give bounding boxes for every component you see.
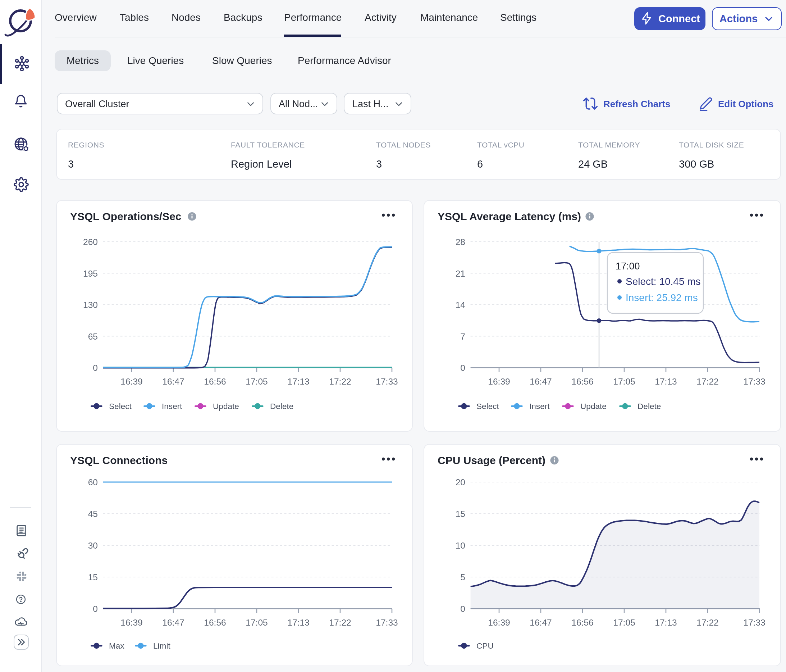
svg-text:130: 130	[83, 300, 98, 309]
svg-text:5: 5	[460, 572, 465, 582]
svg-text:Delete: Delete	[638, 401, 661, 411]
svg-text:16:56: 16:56	[204, 618, 226, 627]
svg-text:Update: Update	[213, 401, 239, 411]
svg-text:CPU: CPU	[476, 641, 494, 650]
svg-text:0: 0	[93, 604, 98, 614]
svg-text:17:33: 17:33	[376, 376, 398, 386]
svg-text:0: 0	[460, 604, 465, 614]
svg-text:45: 45	[88, 509, 98, 519]
svg-text:17:13: 17:13	[287, 376, 310, 386]
svg-text:Update: Update	[580, 401, 607, 411]
svg-text:YSQL Average Latency (ms): YSQL Average Latency (ms)	[438, 210, 581, 222]
svg-text:17:13: 17:13	[655, 376, 677, 386]
svg-text:17:13: 17:13	[287, 618, 310, 627]
svg-text:Insert: 25.92 ms: Insert: 25.92 ms	[626, 292, 698, 303]
svg-text:7: 7	[460, 331, 465, 341]
svg-text:17:05: 17:05	[613, 376, 635, 386]
svg-text:20: 20	[456, 477, 465, 487]
svg-text:17:22: 17:22	[329, 618, 351, 627]
svg-text:0: 0	[93, 363, 98, 372]
svg-text:16:56: 16:56	[571, 618, 594, 627]
svg-text:17:00: 17:00	[616, 260, 640, 271]
svg-text:16:47: 16:47	[530, 618, 552, 627]
svg-text:16:56: 16:56	[571, 376, 594, 386]
svg-text:17:05: 17:05	[245, 618, 268, 627]
svg-text:17:05: 17:05	[613, 618, 635, 627]
svg-text:17:33: 17:33	[376, 618, 398, 627]
svg-text:60: 60	[88, 477, 98, 487]
svg-text:16:39: 16:39	[488, 376, 510, 386]
svg-text:30: 30	[88, 541, 98, 551]
svg-text:16:47: 16:47	[162, 376, 184, 386]
svg-text:Select: Select	[476, 401, 500, 411]
svg-text:17:13: 17:13	[655, 618, 677, 627]
svg-text:16:39: 16:39	[488, 618, 510, 627]
svg-text:16:39: 16:39	[121, 618, 143, 627]
svg-text:17:22: 17:22	[696, 376, 719, 386]
svg-text:15: 15	[88, 572, 98, 582]
svg-text:16:56: 16:56	[204, 376, 226, 386]
svg-text:15: 15	[456, 509, 465, 519]
svg-text:CPU Usage (Percent): CPU Usage (Percent)	[438, 454, 545, 466]
svg-text:YSQL Operations/Sec: YSQL Operations/Sec	[70, 210, 182, 222]
svg-text:Delete: Delete	[270, 401, 293, 411]
svg-text:195: 195	[83, 268, 98, 278]
svg-text:65: 65	[88, 331, 98, 341]
svg-text:Select: 10.45 ms: Select: 10.45 ms	[626, 275, 701, 287]
svg-text:Select: Select	[109, 401, 132, 411]
svg-text:16:47: 16:47	[162, 618, 184, 627]
svg-text:Max: Max	[109, 641, 124, 650]
svg-text:17:33: 17:33	[743, 376, 766, 386]
svg-text:28: 28	[456, 237, 465, 246]
svg-text:17:22: 17:22	[329, 376, 351, 386]
svg-text:Insert: Insert	[162, 401, 182, 411]
svg-text:16:47: 16:47	[530, 376, 552, 386]
svg-text:17:33: 17:33	[743, 618, 766, 627]
svg-text:10: 10	[456, 541, 465, 551]
svg-text:Limit: Limit	[153, 641, 170, 650]
svg-text:16:39: 16:39	[121, 376, 143, 386]
svg-text:17:05: 17:05	[245, 376, 268, 386]
svg-text:14: 14	[456, 300, 465, 309]
svg-text:260: 260	[83, 237, 98, 246]
svg-text:YSQL Connections: YSQL Connections	[70, 454, 168, 466]
svg-text:Insert: Insert	[529, 401, 550, 411]
svg-text:0: 0	[460, 363, 465, 372]
svg-text:21: 21	[456, 268, 465, 278]
svg-text:17:22: 17:22	[696, 618, 719, 627]
